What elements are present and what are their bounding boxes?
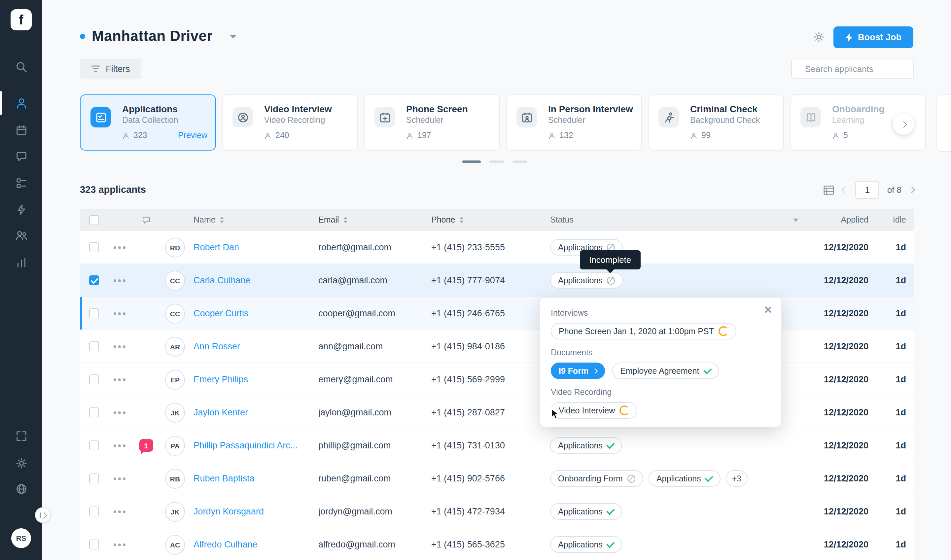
video-interview-pill[interactable]: Video Interview [551,402,638,419]
status-filter-caret-icon[interactable] [793,218,799,222]
sidebar-item-stages[interactable] [0,173,42,193]
i9-form-pill[interactable]: I9 Form [551,363,605,379]
applicant-name-link[interactable]: Cooper Curtis [194,308,249,318]
table-row[interactable]: JK Jaylon Kenter jaylon@gmail.com +1 (41… [80,396,914,429]
search-icon[interactable] [0,57,42,77]
page-next-button[interactable] [908,186,915,193]
status-pill[interactable]: Applications [550,437,622,454]
applicant-name-link[interactable]: Carla Culhane [194,275,251,285]
applicant-name-link[interactable]: Jaylon Kenter [194,408,248,417]
applied-date: 12/12/2020 [805,363,874,395]
job-switcher-caret-icon[interactable] [230,35,236,38]
stage-card-video-interview[interactable]: Video Interview Video Recording 240 [222,94,358,151]
row-checkbox[interactable] [89,474,99,483]
table-header-row: Name Email Phone Status Applied Idle [80,209,914,231]
page-number-input[interactable] [856,181,879,199]
applied-date: 12/12/2020 [805,429,874,462]
table-row[interactable]: CC Carla Culhane carla@gmail.com +1 (415… [80,264,914,297]
row-menu-icon[interactable] [114,312,116,315]
user-avatar[interactable]: RS [11,528,31,548]
sidebar-item-team[interactable] [0,225,42,245]
stage-card-in-person-interview[interactable]: In Person Interview Scheduler 132 [506,94,642,151]
stage-preview-link[interactable]: Preview [178,131,208,140]
table-row[interactable]: RB Ruben Baptista ruben@gmail.com +1 (41… [80,462,914,495]
row-checkbox[interactable] [89,342,99,351]
boost-job-button[interactable]: Boost Job [833,26,913,48]
status-pill[interactable]: Applications [648,470,721,487]
applicant-name-link[interactable]: Emery Philips [194,374,248,384]
expand-icon[interactable] [0,426,42,446]
stage-card-partial[interactable] [937,94,951,152]
table-row[interactable]: CC Cooper Curtis cooper@gmail.com +1 (41… [80,297,914,330]
applicant-name-link[interactable]: Ruben Baptista [194,474,255,483]
row-menu-icon[interactable] [114,378,116,381]
carousel-dot-2[interactable] [489,160,504,163]
row-checkbox[interactable] [89,275,99,285]
applicant-phone: +1 (415) 287-0827 [423,396,542,429]
table-row[interactable]: AR Ann Rosser ann@gmail.com +1 (415) 984… [80,330,914,363]
select-all-checkbox[interactable] [89,215,99,225]
search-input[interactable] [804,63,923,74]
column-header-name[interactable]: Name [191,209,310,231]
row-checkbox[interactable] [89,540,99,549]
applicant-name-link[interactable]: Ann Rosser [194,342,240,351]
applicant-name-link[interactable]: Phillip Passaquindici Arc... [194,440,297,451]
collapse-sidebar-button[interactable] [35,507,51,523]
row-menu-icon[interactable] [114,411,116,414]
column-header-applied[interactable]: Applied [805,209,874,231]
sidebar-item-applicants[interactable] [0,93,42,113]
applicant-name-link[interactable]: Alfredo Culhane [194,540,257,549]
stage-card-criminal-check[interactable]: Criminal Check Background Check 99 [648,94,784,151]
table-row[interactable]: AC Alfredo Culhane alfredo@gmail.com +1 … [80,528,914,560]
column-header-idle[interactable]: Idle [874,209,914,231]
employee-agreement-pill[interactable]: Employee Agreement [612,363,719,379]
row-checkbox[interactable] [89,440,99,451]
carousel-next-button[interactable] [893,114,914,135]
carousel-dot-1[interactable] [462,160,481,163]
row-checkbox[interactable] [89,408,99,417]
row-menu-icon[interactable] [114,444,116,447]
globe-icon[interactable] [0,479,42,498]
status-pill[interactable]: Onboarding Form [550,470,643,487]
unread-messages-badge[interactable]: 1 [139,439,153,452]
status-pill[interactable]: Applications [550,503,622,520]
sidebar-item-calendar[interactable] [0,120,42,140]
row-menu-icon[interactable] [114,510,116,513]
settings-gear-icon[interactable] [0,453,42,473]
row-checkbox[interactable] [89,374,99,384]
carousel-dot-3[interactable] [512,160,527,163]
close-icon[interactable] [764,306,772,314]
row-checkbox[interactable] [89,308,99,318]
column-header-phone[interactable]: Phone [423,209,542,231]
status-pill[interactable]: Applications [550,272,623,289]
row-checkbox[interactable] [89,506,99,516]
status-pill[interactable]: Applications [550,536,622,553]
column-header-email[interactable]: Email [310,209,423,231]
sidebar-item-automation[interactable] [0,199,42,219]
applicant-name-link[interactable]: Robert Dan [194,242,239,252]
filters-button[interactable]: Filters [80,59,141,78]
table-view-icon[interactable] [823,185,835,195]
row-menu-icon[interactable] [114,279,116,282]
job-settings-gear-icon[interactable] [813,31,825,46]
page-prev-button[interactable] [842,186,849,193]
app-logo[interactable]: f [11,9,32,30]
stage-card-applications[interactable]: Applications Data Collection 323 Preview [80,94,216,151]
row-checkbox[interactable] [89,242,99,252]
sidebar-item-messages[interactable] [0,146,42,166]
table-row[interactable]: RD Robert Dan robert@gmail.com +1 (415) … [80,231,914,264]
column-header-status[interactable]: Status [542,209,805,231]
applicant-avatar: RD [165,237,185,257]
row-menu-icon[interactable] [114,345,116,348]
row-menu-icon[interactable] [114,477,116,480]
stage-card-phone-screen[interactable]: Phone Screen Scheduler 197 [364,94,500,151]
applicant-name-link[interactable]: Jordyn Korsgaard [194,506,264,516]
more-statuses-pill[interactable]: +3 [726,470,748,487]
table-row[interactable]: EP Emery Philips emery@gmail.com +1 (415… [80,363,914,396]
sidebar-item-analytics[interactable] [0,252,42,272]
row-menu-icon[interactable] [114,543,116,546]
table-row[interactable]: 1 PA Phillip Passaquindici Arc... philli… [80,429,914,462]
table-row[interactable]: JK Jordyn Korsgaard jordyn@gmail.com +1 … [80,495,914,528]
interview-pill[interactable]: Phone Screen Jan 1, 2020 at 1:00pm PST [551,323,736,340]
row-menu-icon[interactable] [114,246,116,249]
